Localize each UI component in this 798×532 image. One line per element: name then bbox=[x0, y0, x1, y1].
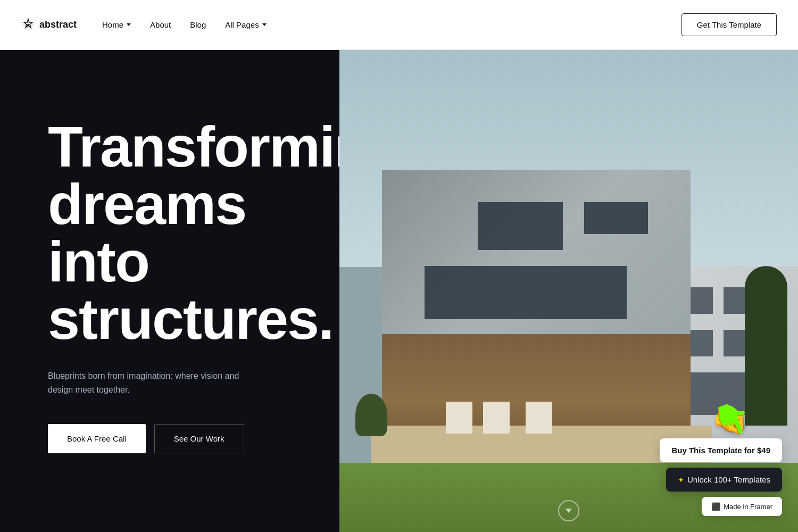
shrub-decoration bbox=[355, 394, 387, 436]
chair-3 bbox=[526, 402, 552, 434]
book-call-button[interactable]: Book A Free Call bbox=[48, 424, 146, 453]
get-template-button[interactable]: Get This Template bbox=[681, 13, 777, 36]
chevron-down-icon bbox=[262, 23, 267, 26]
logo-icon bbox=[21, 18, 35, 32]
cta-buttons: Book A Free Call See Our Work bbox=[48, 424, 292, 453]
logo-text: abstract bbox=[39, 19, 77, 30]
window bbox=[425, 266, 627, 319]
scroll-indicator[interactable] bbox=[558, 500, 579, 521]
main-layout: Transforming dreams into structures. Blu… bbox=[0, 50, 798, 532]
chevron-down-icon bbox=[127, 23, 131, 26]
sparkle-icon: ✦ bbox=[678, 476, 684, 484]
navbar-left: abstract Home About Blog Al bbox=[21, 18, 267, 32]
framer-icon: ⬛ bbox=[711, 502, 720, 511]
logo[interactable]: abstract bbox=[21, 18, 77, 32]
hero-headline: Transforming dreams into structures. bbox=[48, 118, 292, 348]
nav-links: Home About Blog All Pages bbox=[102, 20, 267, 29]
unlock-templates-widget[interactable]: ✦ Unlock 100+ Templates bbox=[666, 468, 782, 492]
chair-2 bbox=[483, 402, 510, 434]
hero-image-panel: 🤜 👇 Buy This Template for $49 ✦ Unlock 1… bbox=[339, 50, 798, 532]
tree-decoration bbox=[745, 266, 787, 426]
nav-item-blog[interactable]: Blog bbox=[190, 20, 206, 29]
made-in-framer-widget[interactable]: ⬛ Made in Framer bbox=[702, 497, 782, 516]
hero-subtext: Blueprints born from imagination: where … bbox=[48, 369, 261, 396]
floating-widgets: Buy This Template for $49 ✦ Unlock 100+ … bbox=[660, 438, 782, 516]
framer-label: Made in Framer bbox=[724, 503, 772, 511]
nav-item-allpages[interactable]: All Pages bbox=[225, 20, 266, 29]
navbar: abstract Home About Blog Al bbox=[0, 0, 798, 50]
see-work-button[interactable]: See Our Work bbox=[154, 424, 244, 453]
hero-left-panel: Transforming dreams into structures. Blu… bbox=[0, 50, 339, 532]
chair-1 bbox=[446, 402, 472, 434]
window bbox=[584, 202, 648, 234]
nav-item-about[interactable]: About bbox=[150, 20, 171, 29]
unlock-label: Unlock 100+ Templates bbox=[687, 475, 770, 484]
scroll-arrow-icon bbox=[566, 509, 572, 513]
nav-item-home[interactable]: Home bbox=[102, 20, 131, 29]
window bbox=[478, 202, 563, 250]
building-top-section bbox=[382, 170, 691, 349]
